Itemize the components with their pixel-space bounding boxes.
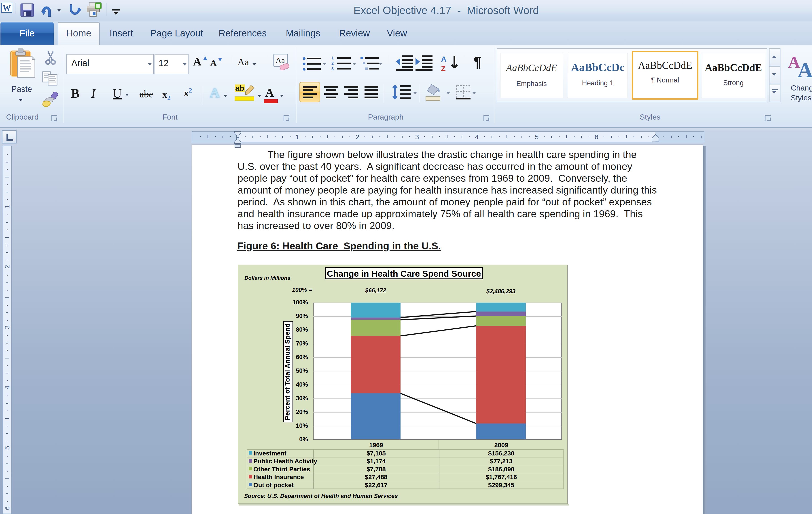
svg-text:Z: Z xyxy=(441,64,446,72)
svg-text:Aa: Aa xyxy=(276,56,285,65)
svg-text:ab: ab xyxy=(235,84,244,92)
svg-text:1: 1 xyxy=(331,56,334,60)
svg-text:A: A xyxy=(441,55,446,63)
svg-text:3: 3 xyxy=(331,67,334,71)
svg-text:2: 2 xyxy=(331,61,334,66)
